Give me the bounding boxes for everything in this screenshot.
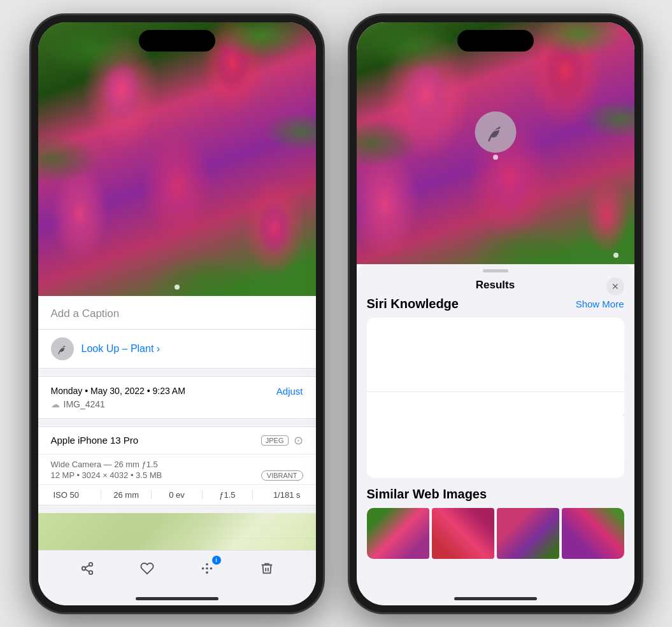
caption-placeholder: Add a Caption [51, 307, 120, 320]
svg-point-2 [206, 572, 208, 573]
meta-date-row: Monday • May 30, 2022 • 9:23 AM Adjust [51, 386, 303, 397]
phone2-content: Results ✕ Siri Knowledge Show More [357, 22, 634, 605]
resolution-text: 12 MP • 3024 × 4032 • 3.5 MB [51, 470, 162, 480]
lookup-subject: Plant [131, 343, 154, 354]
show-more-button[interactable]: Show More [576, 299, 624, 309]
caption-field[interactable]: Add a Caption [38, 296, 316, 330]
web-image-4[interactable] [562, 508, 624, 559]
exif-shutter: 1/181 s [253, 490, 303, 500]
hardy-fuchsia-item[interactable]: Hardy fuchsia Fuchsia magellanica, commo… [367, 392, 624, 478]
lookup-row[interactable]: Look Up – Plant › [38, 330, 316, 369]
results-body: Siri Knowledge Show More Fuchsia Fuchsia… [357, 297, 634, 605]
share-icon [80, 561, 94, 575]
favorite-button[interactable] [136, 557, 159, 580]
bottom-toolbar: i [38, 550, 316, 586]
exif-focal: 26 mm [101, 490, 152, 500]
svg-point-3 [202, 568, 203, 569]
home-indicator-2 [454, 597, 537, 600]
web-images-strip [367, 508, 624, 559]
device-row: Apple iPhone 13 Pro JPEG ⊙ [38, 427, 316, 454]
svg-point-4 [210, 568, 211, 569]
phone1-content: Add a Caption Look Up – Plant › [38, 22, 316, 605]
delete-button[interactable] [255, 557, 278, 580]
heart-icon [140, 561, 154, 575]
siri-knowledge-header: Siri Knowledge Show More [367, 297, 624, 311]
device-badges: JPEG ⊙ [261, 433, 303, 447]
filter-badge: VIBRANT [261, 470, 303, 481]
exif-aperture: ƒ1.5 [203, 490, 253, 500]
phone-1: Add a Caption Look Up – Plant › [31, 15, 324, 613]
info-button[interactable]: i [196, 557, 218, 580]
photo-area-2[interactable] [357, 22, 634, 264]
visual-lookup-button[interactable] [475, 111, 516, 153]
format-badge: JPEG [261, 435, 289, 446]
exif-iso: ISO 50 [51, 490, 101, 500]
info-badge: i [212, 556, 221, 565]
lookup-icon [51, 337, 74, 360]
device-section: Apple iPhone 13 Pro JPEG ⊙ Wide Camera —… [38, 426, 316, 505]
filename: IMG_4241 [64, 399, 105, 409]
device-name: Apple iPhone 13 Pro [51, 435, 139, 446]
lookup-chevron: › [157, 343, 160, 354]
photo-date: Monday • May 30, 2022 • 9:23 AM [51, 386, 185, 396]
leaf-icon [56, 342, 69, 355]
home-indicator [136, 597, 218, 600]
web-images-title: Similar Web Images [367, 487, 624, 502]
filename-row: ☁ IMG_4241 [51, 399, 303, 409]
phone-2: Results ✕ Siri Knowledge Show More [349, 15, 642, 613]
web-image-2[interactable] [432, 508, 494, 559]
fuchsia-item[interactable]: Fuchsia Fuchsia is a genus of flowering … [367, 318, 624, 393]
dynamic-island [139, 30, 215, 52]
phones-container: Add a Caption Look Up – Plant › [31, 15, 642, 613]
page-indicator-2 [613, 253, 618, 258]
svg-point-1 [206, 563, 208, 565]
close-button[interactable]: ✕ [606, 278, 624, 295]
cloud-icon: ☁ [51, 399, 60, 409]
phone2-screen: Results ✕ Siri Knowledge Show More [357, 22, 634, 605]
lookup-label: Look Up – [82, 343, 128, 354]
web-image-1[interactable] [367, 508, 429, 559]
results-header: Results ✕ [357, 272, 634, 297]
results-title: Results [476, 279, 515, 292]
adjust-button[interactable]: Adjust [276, 386, 303, 397]
camera-details: Wide Camera — 26 mm ƒ1.5 12 MP • 3024 × … [38, 454, 316, 485]
page-indicator [175, 285, 180, 290]
leaf-icon-2 [484, 121, 506, 143]
sparkle-icon [200, 561, 214, 575]
camera-line1: Wide Camera — 26 mm ƒ1.5 [51, 460, 303, 469]
trash-icon [260, 561, 274, 575]
leaves-overlay [38, 22, 316, 296]
knowledge-card: Fuchsia Fuchsia is a genus of flowering … [367, 318, 624, 478]
web-images-section: Similar Web Images [367, 487, 624, 559]
siri-knowledge-title: Siri Knowledge [367, 297, 459, 311]
web-image-3[interactable] [497, 508, 559, 559]
settings-icon[interactable]: ⊙ [294, 433, 303, 447]
svg-point-0 [206, 568, 208, 569]
phone1-screen: Add a Caption Look Up – Plant › [38, 22, 316, 605]
dynamic-island-2 [457, 30, 534, 52]
share-button[interactable] [76, 557, 99, 580]
lookup-text: Look Up – Plant › [82, 343, 161, 355]
photo-area[interactable] [38, 22, 316, 296]
exif-row: ISO 50 26 mm 0 ev ƒ1.5 1/181 s [38, 485, 316, 505]
camera-line2: 12 MP • 3024 × 4032 • 3.5 MB VIBRANT [51, 470, 303, 481]
siri-dot [493, 155, 498, 160]
exif-ev: 0 ev [152, 490, 202, 500]
meta-section: Monday • May 30, 2022 • 9:23 AM Adjust ☁… [38, 376, 316, 419]
results-panel: Results ✕ Siri Knowledge Show More [357, 264, 634, 605]
